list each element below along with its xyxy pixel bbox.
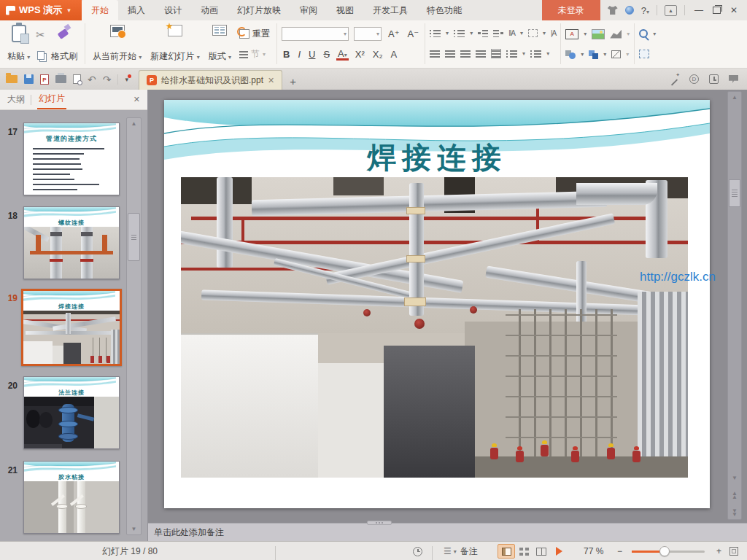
font-size-select[interactable]: ▾ (354, 27, 382, 41)
docer-icon[interactable]: D (689, 74, 699, 84)
paste-button[interactable]: 粘贴 ▾ (4, 23, 33, 64)
format-painter-button[interactable]: 格式刷 (48, 23, 80, 64)
main-scrollbar[interactable]: ▲ ▼ ▲▲ ▼▼ (727, 91, 742, 520)
line-spacing-icon[interactable] (506, 50, 517, 58)
text-box-icon[interactable]: A (565, 29, 578, 39)
slide-title[interactable]: 焊接连接 (164, 138, 710, 178)
print-preview-icon[interactable] (73, 74, 81, 84)
main-scroll-thumb[interactable] (729, 179, 740, 207)
numbering-icon[interactable] (454, 29, 465, 37)
current-slide[interactable]: 焊接连接 (164, 100, 710, 508)
slide-thumbnail-20[interactable]: 法兰连接 (23, 376, 120, 449)
print-icon[interactable] (55, 75, 66, 83)
subscript-button[interactable]: X₂ (371, 49, 384, 60)
underline-button[interactable]: U (307, 49, 317, 60)
tab-outline[interactable]: 大纲 (7, 93, 25, 106)
distribute-icon[interactable] (491, 49, 501, 58)
panel-scroll-thumb[interactable] (128, 213, 140, 261)
notes-splitter-handle[interactable] (367, 521, 392, 525)
align-left-icon[interactable] (430, 50, 440, 58)
justify-icon[interactable] (476, 50, 486, 58)
char-spacing-icon[interactable]: |A (551, 29, 556, 37)
save-icon[interactable] (24, 74, 34, 84)
cut-icon[interactable]: ✂ (36, 28, 45, 42)
menu-tab-5[interactable]: 审阅 (290, 0, 327, 20)
paragraph-spacing-icon[interactable] (530, 50, 541, 58)
font-color-button[interactable]: A▾ (336, 49, 349, 61)
login-button[interactable]: 未登录 (542, 0, 600, 20)
align-center-icon[interactable] (445, 50, 455, 58)
zoom-slider[interactable] (632, 542, 705, 560)
fit-to-window-button[interactable] (729, 542, 738, 560)
decrease-font-button[interactable]: A⁻ (406, 28, 421, 39)
section-button[interactable]: 节 ▾ (237, 45, 272, 63)
menu-tab-0[interactable]: 开始 (82, 0, 118, 20)
collapse-ribbon-button[interactable]: ▲ (665, 5, 677, 16)
copy-icon[interactable] (37, 51, 44, 60)
slide-photo[interactable] (181, 177, 688, 478)
undo-icon[interactable]: ↶ (88, 74, 96, 85)
app-logo[interactable]: WPS 演示 ▾ (0, 0, 82, 20)
align-right-icon[interactable] (460, 50, 471, 58)
font-name-select[interactable]: ▾ (282, 27, 349, 41)
bold-button[interactable]: B (282, 49, 291, 60)
new-slide-button[interactable]: 新建幻灯片 ▾ (147, 23, 202, 64)
picture-icon[interactable] (592, 29, 605, 39)
notes-toggle[interactable]: ☰ ▾ 备注 (444, 542, 478, 560)
bullets-icon[interactable] (430, 29, 441, 37)
open-icon[interactable] (6, 75, 18, 83)
previous-slide-button[interactable]: ▲▲ (728, 492, 741, 499)
close-button[interactable]: ✕ (728, 5, 740, 15)
history-status-icon[interactable] (413, 542, 422, 560)
skin-icon[interactable] (608, 6, 618, 15)
slide-thumbnail-18[interactable]: 螺纹连接 (23, 206, 120, 279)
text-frame-icon[interactable] (528, 29, 538, 37)
scroll-up-icon[interactable]: ▲ (127, 120, 141, 127)
menu-tab-3[interactable]: 动画 (191, 0, 228, 20)
text-direction-icon[interactable]: ‖A (508, 29, 515, 37)
customize-toolbar-caret-icon[interactable]: ▾ (125, 76, 128, 83)
slideshow-button[interactable] (550, 544, 568, 559)
tab-slides[interactable]: 幻灯片 (37, 90, 66, 109)
menu-tab-1[interactable]: 插入 (118, 0, 155, 20)
flash-icon[interactable] (610, 30, 622, 39)
line-icon[interactable] (611, 50, 621, 58)
globe-icon[interactable] (625, 6, 634, 15)
reset-button[interactable]: 重置 (237, 25, 272, 42)
clear-format-button[interactable]: A (390, 49, 399, 60)
menu-tab-2[interactable]: 设计 (155, 0, 191, 20)
main-scroll-down-icon[interactable]: ▼ (728, 475, 741, 481)
slide-thumbnail-19[interactable]: 焊接连接 (21, 289, 122, 366)
panel-scrollbar[interactable]: ▲ ▼ (126, 117, 142, 535)
increase-indent-icon[interactable] (493, 29, 503, 37)
menu-tab-4[interactable]: 幻灯片放映 (228, 0, 290, 20)
next-slide-button[interactable]: ▼▼ (728, 510, 741, 516)
select-icon[interactable] (639, 50, 649, 58)
menu-tab-8[interactable]: 特色功能 (417, 0, 471, 20)
strikethrough-button[interactable]: S (322, 49, 331, 60)
history-icon[interactable] (709, 74, 719, 84)
layout-button[interactable]: 版式 ▾ (206, 23, 234, 64)
panel-close-icon[interactable]: ✕ (133, 95, 140, 104)
minimize-button[interactable]: — (692, 5, 705, 15)
slide-sorter-button[interactable] (515, 544, 533, 559)
new-tab-button[interactable]: + (282, 75, 303, 90)
slide-thumbnail-17[interactable]: 管道的连接方式 (23, 122, 120, 195)
zoom-out-button[interactable]: − (617, 542, 622, 560)
help-button[interactable]: ?▾ (641, 5, 649, 16)
wand-icon[interactable] (670, 74, 679, 84)
zoom-in-button[interactable]: + (716, 542, 721, 560)
document-tab[interactable]: P 给排水基础知识及识图.ppt ✕ (139, 70, 282, 90)
redo-icon[interactable]: ↷ (103, 74, 112, 85)
tab-close-icon[interactable]: ✕ (268, 76, 274, 85)
logo-caret-icon[interactable]: ▾ (67, 7, 71, 14)
normal-view-button[interactable] (498, 544, 515, 559)
export-pdf-icon[interactable]: P (40, 74, 49, 85)
reading-view-button[interactable] (533, 544, 550, 559)
notes-bar[interactable]: 单击此处添加备注 (148, 523, 747, 541)
restore-button[interactable] (713, 7, 721, 14)
shapes-icon[interactable] (565, 50, 576, 59)
slide-thumbnail-21[interactable]: 胶水粘接 (23, 461, 120, 534)
arrange-icon[interactable] (589, 50, 598, 59)
increase-font-button[interactable]: A⁺ (387, 28, 401, 39)
